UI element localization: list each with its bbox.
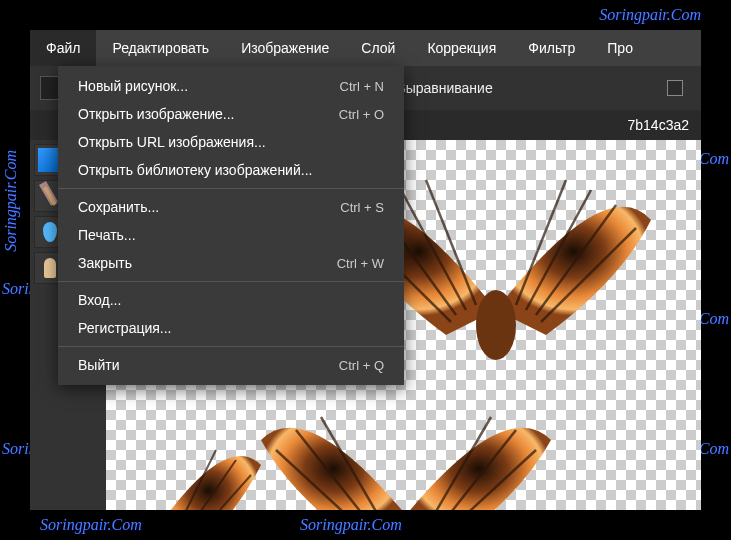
menu-item--url-[interactable]: Открыть URL изображения...	[58, 128, 404, 156]
menu-item--[interactable]: ЗакрытьCtrl + W	[58, 249, 404, 277]
menu-image[interactable]: Изображение	[225, 30, 345, 66]
menu-separator	[58, 281, 404, 282]
checkbox-2[interactable]	[667, 80, 683, 96]
watermark: Soringpair.Com	[300, 516, 402, 534]
menu-item-shortcut: Ctrl + W	[337, 256, 384, 271]
canvas-image	[256, 385, 556, 510]
menu-view[interactable]: Про	[591, 30, 649, 66]
app-window: Файл Редактировать Изображение Слой Корр…	[30, 30, 701, 510]
menu-item-label: Открыть библиотеку изображений...	[78, 162, 312, 178]
menu-item-shortcut: Ctrl + O	[339, 107, 384, 122]
menu-item--[interactable]: Печать...	[58, 221, 404, 249]
menu-item-label: Открыть URL изображения...	[78, 134, 266, 150]
document-title: 7b14c3a2	[627, 117, 689, 133]
blur-tool-icon	[43, 222, 57, 242]
menu-item-label: Новый рисунок...	[78, 78, 188, 94]
menu-item--[interactable]: Сохранить...Ctrl + S	[58, 193, 404, 221]
menu-item--[interactable]: Открыть изображение...Ctrl + O	[58, 100, 404, 128]
menu-item--[interactable]: Вход...	[58, 286, 404, 314]
menu-item-label: Печать...	[78, 227, 136, 243]
watermark: Soringpair.Com	[2, 150, 20, 252]
menu-item-label: Вход...	[78, 292, 121, 308]
menu-item-shortcut: Ctrl + Q	[339, 358, 384, 373]
menu-item--[interactable]: ВыйтиCtrl + Q	[58, 351, 404, 379]
menu-adjustment[interactable]: Коррекция	[411, 30, 512, 66]
brush-tool-icon	[43, 186, 56, 205]
menu-item-shortcut: Ctrl + S	[340, 200, 384, 215]
menu-item--[interactable]: Новый рисунок...Ctrl + N	[58, 72, 404, 100]
menu-item-label: Закрыть	[78, 255, 132, 271]
menu-separator	[58, 346, 404, 347]
watermark: Soringpair.Com	[599, 6, 701, 24]
menu-item-label: Сохранить...	[78, 199, 159, 215]
menu-item--[interactable]: Регистрация...	[58, 314, 404, 342]
menu-layer[interactable]: Слой	[345, 30, 411, 66]
smudge-tool-icon	[44, 258, 56, 278]
menu-item-label: Выйти	[78, 357, 119, 373]
align-label: Выравнивание	[396, 80, 492, 96]
canvas-image	[106, 420, 266, 510]
menubar: Файл Редактировать Изображение Слой Корр…	[30, 30, 701, 66]
menu-item-label: Открыть изображение...	[78, 106, 235, 122]
menu-file[interactable]: Файл	[30, 30, 96, 66]
menu-item-label: Регистрация...	[78, 320, 172, 336]
menu-separator	[58, 188, 404, 189]
menu-item--[interactable]: Открыть библиотеку изображений...	[58, 156, 404, 184]
menu-item-shortcut: Ctrl + N	[340, 79, 384, 94]
watermark: Soringpair.Com	[40, 516, 142, 534]
menu-filter[interactable]: Фильтр	[512, 30, 591, 66]
menu-edit[interactable]: Редактировать	[96, 30, 225, 66]
file-menu-dropdown: Новый рисунок...Ctrl + NОткрыть изображе…	[58, 66, 404, 385]
svg-point-1	[476, 290, 516, 360]
